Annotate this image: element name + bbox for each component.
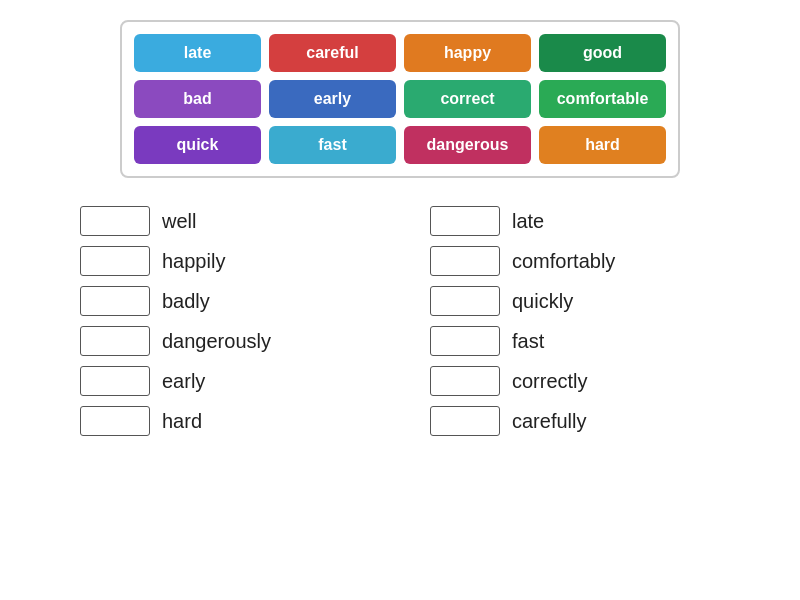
match-input-fast[interactable]: [430, 326, 500, 356]
word-tile-late[interactable]: late: [134, 34, 261, 72]
match-row-quickly: quickly: [430, 286, 720, 316]
match-label-quickly: quickly: [512, 290, 573, 313]
word-tile-dangerous[interactable]: dangerous: [404, 126, 531, 164]
match-input-early[interactable]: [80, 366, 150, 396]
word-tile-fast[interactable]: fast: [269, 126, 396, 164]
word-tile-happy[interactable]: happy: [404, 34, 531, 72]
match-left-col: wellhappilybadlydangerouslyearlyhard: [80, 206, 370, 436]
word-tile-careful[interactable]: careful: [269, 34, 396, 72]
match-label-carefully: carefully: [512, 410, 586, 433]
match-label-comfortably: comfortably: [512, 250, 615, 273]
match-row-comfortably: comfortably: [430, 246, 720, 276]
match-input-badly[interactable]: [80, 286, 150, 316]
word-bank: latecarefulhappygoodbadearlycorrectcomfo…: [120, 20, 680, 178]
match-label-well: well: [162, 210, 196, 233]
word-tile-correct[interactable]: correct: [404, 80, 531, 118]
word-tile-early[interactable]: early: [269, 80, 396, 118]
match-input-carefully[interactable]: [430, 406, 500, 436]
match-row-dangerously: dangerously: [80, 326, 370, 356]
word-tile-good[interactable]: good: [539, 34, 666, 72]
word-tile-hard[interactable]: hard: [539, 126, 666, 164]
word-tile-quick[interactable]: quick: [134, 126, 261, 164]
match-input-hard[interactable]: [80, 406, 150, 436]
match-label-badly: badly: [162, 290, 210, 313]
match-input-correctly[interactable]: [430, 366, 500, 396]
word-tile-bad[interactable]: bad: [134, 80, 261, 118]
match-label-early: early: [162, 370, 205, 393]
match-input-quickly[interactable]: [430, 286, 500, 316]
word-tile-comfortable[interactable]: comfortable: [539, 80, 666, 118]
match-section: wellhappilybadlydangerouslyearlyhard lat…: [80, 206, 720, 436]
match-label-hard: hard: [162, 410, 202, 433]
match-label-dangerously: dangerously: [162, 330, 271, 353]
match-input-dangerously[interactable]: [80, 326, 150, 356]
match-row-carefully: carefully: [430, 406, 720, 436]
match-label-late: late: [512, 210, 544, 233]
match-row-late: late: [430, 206, 720, 236]
match-row-fast: fast: [430, 326, 720, 356]
match-label-correctly: correctly: [512, 370, 588, 393]
match-row-correctly: correctly: [430, 366, 720, 396]
match-label-fast: fast: [512, 330, 544, 353]
match-input-happily[interactable]: [80, 246, 150, 276]
match-input-late[interactable]: [430, 206, 500, 236]
match-input-well[interactable]: [80, 206, 150, 236]
match-row-badly: badly: [80, 286, 370, 316]
match-label-happily: happily: [162, 250, 225, 273]
match-right-col: latecomfortablyquicklyfastcorrectlycaref…: [430, 206, 720, 436]
match-row-early: early: [80, 366, 370, 396]
match-row-hard: hard: [80, 406, 370, 436]
match-row-happily: happily: [80, 246, 370, 276]
match-row-well: well: [80, 206, 370, 236]
match-input-comfortably[interactable]: [430, 246, 500, 276]
